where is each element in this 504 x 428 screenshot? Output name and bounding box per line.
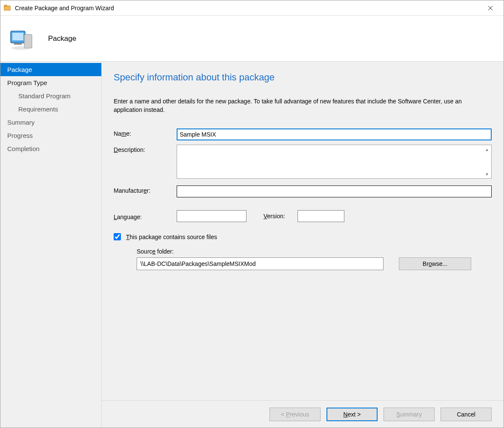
body: Package Program Type Standard Program Re… bbox=[0, 62, 504, 428]
sidebar-item-program-type[interactable]: Program Type bbox=[0, 76, 101, 89]
label-manufacturer: Manufacturer: bbox=[114, 185, 177, 194]
label-name: Name: bbox=[114, 128, 177, 137]
sidebar: Package Program Type Standard Program Re… bbox=[0, 62, 102, 428]
svg-rect-7 bbox=[24, 34, 32, 48]
app-icon bbox=[4, 5, 11, 11]
sidebar-item-completion[interactable]: Completion bbox=[0, 142, 101, 155]
row-source-folder: Browse... bbox=[137, 257, 492, 270]
row-contains-source: This package contains source files bbox=[114, 233, 492, 240]
manufacturer-input[interactable] bbox=[177, 185, 492, 197]
label-version: Version: bbox=[263, 213, 298, 220]
svg-rect-6 bbox=[14, 43, 22, 45]
close-icon bbox=[488, 6, 493, 11]
scroll-up-icon[interactable]: ▲ bbox=[484, 146, 490, 153]
label-language: Language: bbox=[114, 212, 177, 220]
row-description: Description: ▲ ▼ bbox=[114, 145, 492, 179]
next-button[interactable]: Next > bbox=[326, 408, 378, 421]
description-container: ▲ ▼ bbox=[177, 145, 492, 179]
sidebar-item-requirements[interactable]: Requirements bbox=[0, 103, 101, 116]
close-button[interactable] bbox=[481, 1, 500, 15]
svg-point-8 bbox=[11, 46, 30, 50]
source-folder-input[interactable] bbox=[137, 257, 384, 270]
page-title: Specify information about this package bbox=[114, 72, 492, 83]
language-input[interactable] bbox=[177, 210, 246, 222]
name-input[interactable] bbox=[177, 128, 492, 140]
label-contains-source: This package contains source files bbox=[126, 234, 217, 240]
source-section: Source folder: Browse... bbox=[114, 248, 492, 270]
cancel-button[interactable]: Cancel bbox=[441, 408, 492, 421]
contains-source-checkbox[interactable] bbox=[114, 233, 121, 240]
label-description: Description: bbox=[114, 145, 177, 153]
svg-rect-1 bbox=[4, 5, 7, 6]
sidebar-item-package[interactable]: Package bbox=[0, 63, 101, 76]
wizard-window: Create Package and Program Wizard Packag… bbox=[0, 0, 504, 428]
row-language-version: Language: Version: bbox=[114, 210, 492, 222]
sidebar-item-progress[interactable]: Progress bbox=[0, 129, 101, 142]
header: Package bbox=[0, 16, 504, 62]
content: Specify information about this package E… bbox=[102, 62, 504, 428]
svg-rect-5 bbox=[12, 33, 23, 40]
label-source-folder: Source folder: bbox=[137, 248, 492, 255]
version-input[interactable] bbox=[298, 210, 344, 222]
instructions: Enter a name and other details for the n… bbox=[114, 97, 492, 114]
sidebar-item-summary[interactable]: Summary bbox=[0, 116, 101, 129]
browse-button[interactable]: Browse... bbox=[399, 257, 471, 270]
sidebar-item-standard-program[interactable]: Standard Program bbox=[0, 89, 101, 103]
footer: < Previous Next > Summary Cancel bbox=[102, 400, 504, 428]
scroll-down-icon[interactable]: ▼ bbox=[484, 171, 490, 177]
summary-button: Summary bbox=[384, 408, 435, 421]
header-title: Package bbox=[48, 34, 76, 43]
description-input[interactable] bbox=[177, 145, 483, 178]
previous-button: < Previous bbox=[269, 408, 321, 421]
titlebar-title: Create Package and Program Wizard bbox=[15, 5, 481, 11]
row-manufacturer: Manufacturer: bbox=[114, 185, 492, 197]
package-icon bbox=[8, 25, 35, 52]
row-name: Name: bbox=[114, 128, 492, 140]
titlebar: Create Package and Program Wizard bbox=[0, 0, 504, 16]
